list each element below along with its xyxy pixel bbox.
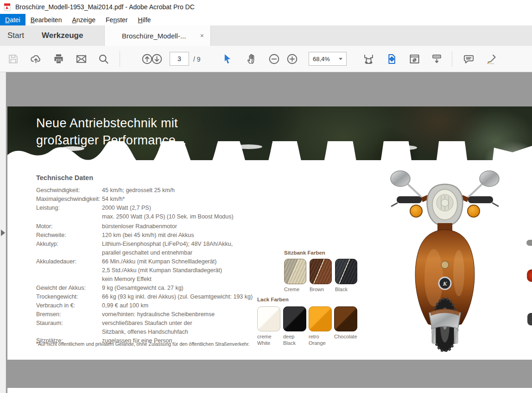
spec-row: Gewicht der Akkus:9 kg (Gesamtgewicht ca… (36, 284, 254, 293)
email-icon[interactable] (75, 52, 88, 65)
spec-row: Akkuladedauer:66 Min./Akku (mit Kumpan S… (36, 257, 254, 284)
menu-hilfe[interactable]: Hilfe (133, 14, 156, 25)
cropped-scooter-fragment (527, 313, 532, 325)
spec-row: Leistung:2000 Watt (2,7 PS)max. 2500 Wat… (36, 204, 254, 221)
fit-page-icon[interactable] (385, 52, 398, 65)
save-icon[interactable] (6, 52, 19, 65)
select-tool-icon[interactable] (221, 52, 234, 65)
print-icon[interactable] (52, 52, 65, 65)
footnote: *Auf nicht öffentlichem und privatem Gel… (36, 341, 250, 347)
navigation-pane-strip (0, 72, 6, 393)
seat-color-swatch-brown (310, 259, 332, 284)
seat-colors-title: Sitzbank Farben (284, 250, 325, 256)
tab-werkzeuge[interactable]: Werkzeuge (42, 25, 83, 46)
search-icon[interactable] (97, 52, 110, 65)
tab-close-icon[interactable]: × (200, 32, 204, 39)
share-cloud-upload-icon[interactable] (29, 52, 42, 65)
reading-mode-icon[interactable] (430, 52, 443, 65)
fit-width-icon[interactable] (362, 52, 375, 65)
hero-photo: Neue Antriebstechnik mit großartiger Per… (7, 106, 532, 160)
chevron-down-icon (339, 58, 342, 60)
comment-icon[interactable] (462, 52, 475, 65)
spec-row: Stauraum:verschließbares Staufach unter … (36, 319, 254, 337)
window-title: Broschüre_Modell-1953_Mai2014.pdf - Adob… (15, 3, 195, 11)
spec-row: Reichweite:120 km (bei 45 km/h) mit drei… (36, 231, 254, 240)
menu-anzeige[interactable]: Anzeige (67, 14, 101, 25)
zoom-level-value: 68,4% (313, 56, 330, 62)
menu-fenster[interactable]: Fenster (101, 14, 133, 25)
zoom-out-icon[interactable] (267, 52, 280, 65)
zoom-in-icon[interactable] (285, 52, 298, 65)
paint-color-label: Chocolate (334, 334, 357, 340)
spec-row: Maximalgeschwindigkeit:54 km/h* (36, 195, 254, 204)
zoom-level-select[interactable]: 68,4% (309, 52, 347, 66)
cropped-scooter-fragment (527, 269, 532, 282)
document-view: Neue Antriebstechnik mit großartiger Per… (0, 72, 532, 393)
scooter-front-image: K (389, 167, 500, 352)
page-total-label: / 9 (193, 56, 201, 63)
seat-color-swatch-creme (284, 259, 306, 284)
spec-row: Geschwindigkeit:45 km/h; gedrosselt 25 k… (36, 186, 254, 195)
spec-row: Akkutyp:Lithium-Eisenphosphat (LiFePo4);… (36, 240, 254, 257)
seat-color-swatch-black (335, 259, 357, 284)
section-title: Technische Daten (36, 174, 93, 181)
hand-tool-icon[interactable] (245, 52, 258, 65)
paint-color-label: cremeWhite (257, 334, 272, 346)
menu-bearbeiten[interactable]: Bearbeiten (25, 14, 67, 25)
tab-document[interactable]: Broschüre_Modell-... × (104, 25, 211, 46)
paint-color-swatch-creme-white (257, 306, 280, 331)
spec-row: Bremsen:vorne/hinten: hydraulische Schei… (36, 310, 254, 319)
tab-document-label: Broschüre_Modell-... (122, 32, 186, 40)
fullscreen-icon[interactable] (408, 52, 421, 65)
tab-start[interactable]: Start (7, 25, 24, 46)
seat-color-label: Brown (310, 287, 324, 293)
paint-color-label: retroOrange (309, 334, 326, 346)
tab-strip: Start Werkzeuge Broschüre_Modell-... × (0, 25, 532, 46)
menu-datei[interactable]: Datei (0, 14, 25, 25)
spec-row: Motor:bürstenloser Radnabenmotor (36, 222, 254, 231)
paint-color-swatch-retro-orange (309, 306, 332, 331)
paint-color-swatch-chocolate (334, 306, 357, 331)
menu-bar: Datei Bearbeiten Anzeige Fenster Hilfe (0, 14, 532, 25)
seat-color-label: Black (335, 287, 348, 293)
next-page-icon[interactable] (150, 52, 163, 65)
svg-text:K: K (443, 280, 448, 287)
toolbar-separator (120, 51, 120, 67)
toolbar-separator (452, 51, 452, 67)
spec-row: Trockengewicht:66 kg (93 kg inkl. drei A… (36, 293, 254, 301)
next-page-edge (7, 388, 532, 393)
cropped-scooter-fragment (526, 240, 532, 246)
paint-colors-title: Lack Farben (257, 297, 289, 302)
page-number-input[interactable] (170, 52, 189, 66)
spec-row: Verbrauch in €:0,99 € auf 100 km (36, 301, 254, 310)
pdf-file-icon (4, 3, 12, 11)
pdf-page: Neue Antriebstechnik mit großartiger Per… (7, 106, 532, 360)
title-bar: Broschüre_Modell-1953_Mai2014.pdf - Adob… (0, 0, 532, 14)
paint-color-label: deepBlack (283, 334, 296, 346)
paint-color-swatch-deep-black (283, 306, 306, 331)
nav-pane-expand-icon[interactable] (1, 230, 5, 236)
seat-color-label: Creme (284, 287, 299, 293)
main-toolbar: / 9 68,4% (0, 46, 532, 72)
spec-table: Geschwindigkeit:45 km/h; gedrosselt 25 k… (36, 186, 254, 345)
page-heading: Neue Antriebstechnik mit großartiger Per… (36, 115, 186, 149)
highlight-icon[interactable] (484, 52, 497, 65)
